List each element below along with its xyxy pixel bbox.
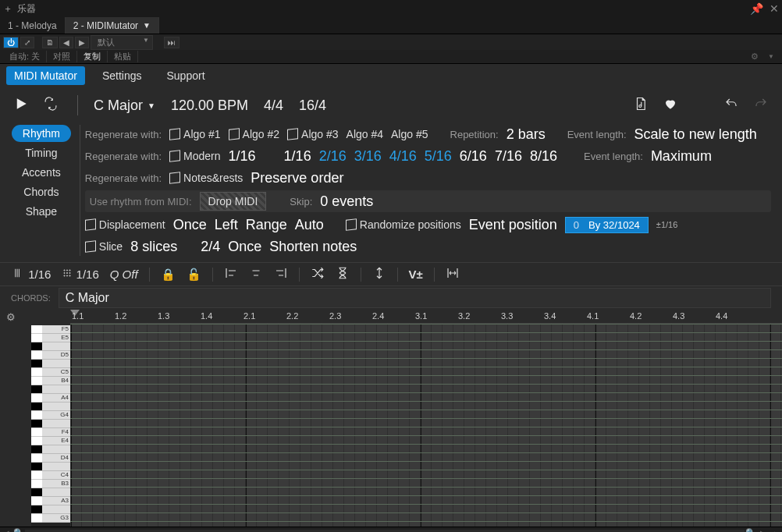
piano-key[interactable] <box>31 428 42 437</box>
piano-key[interactable] <box>31 411 42 420</box>
bpm-value[interactable]: 120.00 BPM <box>171 98 248 114</box>
tab-midi-mutator[interactable]: MIDI Mutator <box>6 66 85 85</box>
repetition-value[interactable]: 2 bars <box>507 126 546 143</box>
randomize-positions-button[interactable]: Randomize positions <box>346 218 461 231</box>
piano-key[interactable] <box>31 471 42 480</box>
event-length-2-value[interactable]: Maximum <box>651 148 712 165</box>
algo-1-button[interactable]: Algo #1 <box>169 128 220 140</box>
play-button[interactable] <box>14 95 28 115</box>
algo-2-button[interactable]: Algo #2 <box>229 128 279 140</box>
add-plugin-icon[interactable]: ＋ <box>3 2 12 16</box>
compare-button[interactable]: 对照 <box>47 51 77 62</box>
position-input[interactable]: 0 By 32/1024 <box>565 217 649 233</box>
disp-left[interactable]: Left <box>215 217 238 233</box>
step-4[interactable]: 4/16 <box>389 148 417 165</box>
slice-once[interactable]: Once <box>228 239 261 255</box>
tab-settings[interactable]: Settings <box>94 66 150 85</box>
skip-end-button[interactable]: ⏭ <box>164 37 180 48</box>
step-1[interactable]: 1/16 <box>284 148 311 165</box>
piano-key[interactable] <box>31 463 42 471</box>
time-signature-2[interactable]: 16/4 <box>299 98 326 114</box>
step-2[interactable]: 2/16 <box>319 148 347 165</box>
chevron-down-icon[interactable]: ▼ <box>143 21 151 30</box>
pill-shape[interactable]: Shape <box>15 203 68 220</box>
style-button[interactable]: Modern <box>169 150 220 162</box>
piano-key[interactable] <box>31 514 42 523</box>
slice-sig[interactable]: 2/4 <box>201 239 220 255</box>
step-6[interactable]: 6/16 <box>460 148 487 165</box>
skip-value[interactable]: 0 events <box>320 193 373 210</box>
undo-button[interactable] <box>724 97 738 115</box>
piano-key[interactable] <box>31 342 42 351</box>
slice-button[interactable]: Slice <box>85 240 123 253</box>
quantize[interactable]: Q Off <box>110 268 138 281</box>
snap-1[interactable]: 1/16 <box>14 268 51 281</box>
piano-key[interactable] <box>31 394 42 403</box>
align-right-icon[interactable] <box>274 266 288 282</box>
flip-v-icon[interactable] <box>372 266 386 282</box>
step-5[interactable]: 5/16 <box>425 148 452 165</box>
piano-key[interactable] <box>31 403 42 411</box>
hourglass-icon[interactable] <box>336 266 350 282</box>
loop-button[interactable] <box>44 97 58 115</box>
close-icon[interactable]: ✕ <box>770 2 779 15</box>
event-position-value[interactable]: Event position <box>469 217 557 233</box>
pill-chords[interactable]: Chords <box>12 183 69 200</box>
pin-icon[interactable]: 📌 <box>750 2 763 15</box>
piano-key[interactable] <box>31 480 42 488</box>
horizontal-scrollbar[interactable]: ◀ 🔍 🔍 ▶ ◢ <box>0 527 782 532</box>
lock-open-icon[interactable]: 🔓 <box>187 268 201 282</box>
piano-key[interactable] <box>31 497 42 505</box>
piano-key[interactable] <box>31 368 42 377</box>
plus-minus-value[interactable]: ±1/16 <box>656 220 677 229</box>
time-signature-1[interactable]: 4/4 <box>264 98 283 114</box>
pill-rhythm[interactable]: Rhythm <box>12 125 71 142</box>
next-preset-button[interactable]: ▶ <box>75 37 89 48</box>
file-music-icon[interactable] <box>634 97 648 115</box>
resize-handle[interactable]: ◢ <box>770 530 782 533</box>
file-icon[interactable]: 🗎 <box>42 37 58 48</box>
piano-key[interactable] <box>31 325 42 334</box>
disp-auto[interactable]: Auto <box>295 217 324 233</box>
piano-key[interactable] <box>31 488 42 497</box>
snap-2[interactable]: 1/16 <box>62 268 98 281</box>
app-tab-midimutator[interactable]: 2 - MIDIMutator ▼ <box>66 17 159 34</box>
chevron-down-icon[interactable]: ▼ <box>763 53 779 60</box>
shuffle-icon[interactable] <box>311 266 325 282</box>
heart-icon[interactable] <box>663 97 677 115</box>
zoom-out-icon[interactable]: 🔍 <box>12 528 25 532</box>
algo-3-button[interactable]: Algo #3 <box>287 128 338 140</box>
chords-input[interactable]: C Major <box>59 288 771 308</box>
tab-support[interactable]: Support <box>159 66 213 85</box>
step-7[interactable]: 7/16 <box>495 148 522 165</box>
step-3[interactable]: 3/16 <box>354 148 382 165</box>
paste-button[interactable]: 粘贴 <box>108 51 138 62</box>
gear-icon[interactable]: ⚙ <box>746 51 763 62</box>
expand-button[interactable]: ⤢ <box>20 37 34 48</box>
step-0[interactable]: 1/16 <box>229 148 256 165</box>
redo-button[interactable] <box>754 97 768 115</box>
timeline-ruler[interactable]: 1.11.21.31.42.12.22.32.43.13.23.33.44.14… <box>70 310 782 324</box>
scroll-track[interactable] <box>25 530 745 533</box>
piano-key[interactable] <box>31 454 42 463</box>
piano-key[interactable] <box>31 505 42 514</box>
displacement-button[interactable]: Displacement <box>85 218 165 231</box>
width-icon[interactable] <box>446 266 460 282</box>
zoom-in-icon[interactable]: 🔍 <box>745 528 757 532</box>
piano-key[interactable] <box>31 385 42 394</box>
copy-button[interactable]: 复制 <box>77 51 108 62</box>
disp-once[interactable]: Once <box>173 217 207 233</box>
piano-key[interactable] <box>31 360 42 368</box>
shorten-notes[interactable]: Shorten notes <box>269 239 357 255</box>
piano-key[interactable] <box>31 377 42 385</box>
auto-toggle[interactable]: 自动: 关 <box>3 51 47 62</box>
piano-key[interactable] <box>31 420 42 428</box>
power-button[interactable]: ⏻ <box>3 37 19 48</box>
note-grid[interactable] <box>70 324 782 527</box>
step-8[interactable]: 8/16 <box>530 148 557 165</box>
piano-key[interactable] <box>31 334 42 342</box>
algo-5-button[interactable]: Algo #5 <box>391 128 428 140</box>
drop-midi-zone[interactable]: Drop MIDI <box>200 192 267 211</box>
pill-timing[interactable]: Timing <box>14 144 69 161</box>
pill-accents[interactable]: Accents <box>11 164 72 181</box>
